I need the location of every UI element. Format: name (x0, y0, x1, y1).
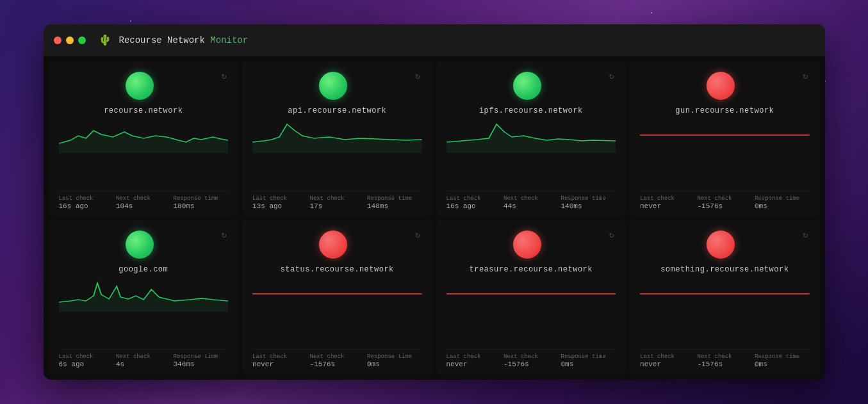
card-footer: Last check never Next check -1576s Respo… (640, 349, 810, 368)
next-check-value: -1576s (698, 360, 753, 368)
card-footer: Last check 6s ago Next check 4s Response… (59, 349, 229, 368)
response-time-value: 0ms (367, 360, 422, 368)
last-check: Last check never (640, 353, 695, 368)
last-check-label: Last check (59, 353, 114, 360)
refresh-icon[interactable]: ↻ (220, 69, 228, 83)
response-time-label: Response time (367, 195, 422, 202)
card-something-recourse-network: ↻ something.recourse.network Last check … (630, 220, 820, 375)
refresh-icon[interactable]: ↻ (801, 69, 809, 83)
last-check: Last check 13s ago (252, 195, 307, 210)
next-check-label: Next check (698, 353, 753, 360)
next-check: Next check 4s (116, 353, 171, 368)
response-time-label: Response time (755, 353, 810, 360)
app-title: Recourse Network Monitor (119, 35, 249, 45)
card-treasure-recourse-network: ↻ treasure.recourse.network Last check n… (436, 220, 626, 375)
last-check: Last check never (446, 353, 502, 368)
status-indicator (126, 72, 154, 100)
card-status-recourse-network: ↻ status.recourse.network Last check nev… (242, 220, 432, 375)
chart-area (252, 118, 422, 187)
card-header: ↻ (446, 69, 616, 100)
next-check: Next check -1576s (698, 195, 753, 210)
next-check-label: Next check (504, 195, 559, 202)
response-time: Response time 0ms (367, 353, 422, 368)
chart-svg (446, 277, 616, 312)
last-check-label: Last check (252, 195, 307, 202)
card-gun-recourse-network: ↻ gun.recourse.network Last check never … (630, 61, 820, 216)
chart-svg (640, 118, 810, 153)
response-time: Response time 148ms (367, 195, 422, 210)
refresh-icon[interactable]: ↻ (608, 228, 616, 241)
response-time-label: Response time (174, 195, 229, 202)
response-time-value: 180ms (174, 202, 229, 210)
card-name: ipfs.recourse.network (446, 106, 616, 115)
refresh-icon[interactable]: ↻ (414, 69, 422, 83)
last-check: Last check never (640, 195, 695, 210)
maximize-button[interactable] (78, 36, 86, 44)
response-time-value: 148ms (367, 202, 422, 210)
app-window: 🌵 Recourse Network Monitor ↻ recourse.ne… (44, 24, 825, 380)
next-check-label: Next check (698, 195, 753, 202)
card-header: ↻ (252, 228, 422, 259)
card-api-recourse-network: ↻ api.recourse.network Last check 13s ag… (242, 61, 432, 216)
card-google-com: ↻ google.com Last check 6s ago Next chec… (49, 220, 239, 375)
next-check-value: 44s (504, 202, 559, 210)
minimize-button[interactable] (66, 36, 74, 44)
chart-svg (59, 118, 229, 153)
last-check-value: 16s ago (59, 202, 114, 210)
last-check: Last check 6s ago (59, 353, 114, 368)
card-name: status.recourse.network (252, 265, 422, 274)
card-header: ↻ (640, 228, 810, 259)
card-footer: Last check never Next check -1576s Respo… (252, 349, 422, 368)
status-indicator (513, 230, 541, 259)
last-check-value: never (252, 360, 307, 368)
last-check: Last check never (252, 353, 307, 368)
card-name: api.recourse.network (252, 106, 422, 115)
card-name: google.com (59, 265, 229, 274)
status-indicator (513, 72, 541, 100)
chart-area (446, 277, 616, 346)
next-check-value: -1576s (698, 202, 753, 210)
titlebar: 🌵 Recourse Network Monitor (44, 24, 825, 56)
chart-svg (640, 277, 810, 312)
card-name: something.recourse.network (640, 265, 810, 274)
last-check-value: 13s ago (252, 202, 307, 210)
next-check-value: -1576s (310, 360, 365, 368)
next-check: Next check 44s (504, 195, 559, 210)
next-check: Next check 104s (116, 195, 171, 210)
last-check: Last check 16s ago (59, 195, 114, 210)
response-time-label: Response time (561, 195, 616, 202)
next-check-value: 104s (116, 202, 171, 210)
chart-svg (252, 118, 422, 153)
close-button[interactable] (54, 36, 61, 44)
last-check-label: Last check (252, 353, 307, 360)
chart-svg (446, 118, 616, 153)
next-check: Next check -1576s (504, 353, 559, 368)
next-check-label: Next check (310, 353, 365, 360)
card-header: ↻ (446, 228, 616, 259)
response-time-label: Response time (755, 195, 810, 202)
response-time-value: 346ms (174, 360, 229, 368)
response-time-value: 0ms (561, 360, 616, 368)
refresh-icon[interactable]: ↻ (608, 69, 616, 83)
last-check-value: 16s ago (446, 202, 502, 210)
card-name: recourse.network (59, 106, 229, 115)
refresh-icon[interactable]: ↻ (801, 228, 809, 241)
last-check-label: Last check (59, 195, 114, 202)
last-check-value: never (640, 360, 695, 368)
last-check-label: Last check (640, 195, 695, 202)
refresh-icon[interactable]: ↻ (414, 228, 422, 241)
card-header: ↻ (59, 69, 229, 100)
next-check-label: Next check (504, 353, 559, 360)
status-indicator (707, 72, 735, 100)
response-time: Response time 0ms (755, 353, 810, 368)
next-check-value: -1576s (504, 360, 559, 368)
next-check-label: Next check (310, 195, 365, 202)
card-header: ↻ (59, 228, 229, 259)
last-check-value: never (446, 360, 502, 368)
next-check-label: Next check (116, 353, 171, 360)
card-footer: Last check never Next check -1576s Respo… (446, 349, 616, 368)
next-check: Next check 17s (310, 195, 365, 210)
refresh-icon[interactable]: ↻ (220, 228, 228, 241)
response-time-value: 140ms (561, 202, 616, 210)
chart-svg (59, 277, 229, 312)
